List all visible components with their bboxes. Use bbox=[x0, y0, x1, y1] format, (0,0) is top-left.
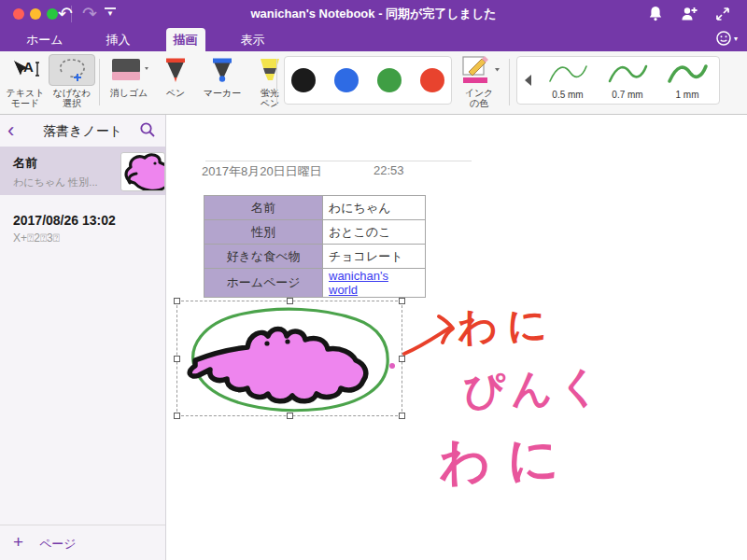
page-item-subtitle: わにちゃん 性別... bbox=[13, 175, 114, 189]
share-add-person-icon[interactable] bbox=[680, 5, 698, 23]
text-mode-label: テキスト bbox=[2, 88, 49, 98]
draw-ribbon: A テキスト モード なげなわ 選択 bbox=[0, 51, 747, 115]
add-page-label: ページ bbox=[39, 536, 77, 553]
tab-draw[interactable]: 描画 bbox=[166, 28, 205, 51]
add-page-button[interactable]: + ページ bbox=[0, 525, 165, 560]
lasso-icon bbox=[49, 54, 95, 86]
page-list-sidebar: ‹ 落書きノート 名前 わにちゃん 性別... 2017/08/26 13:02… bbox=[0, 115, 166, 560]
thickness-label: 0.5 mm bbox=[542, 90, 594, 100]
pen-button[interactable]: ペン bbox=[155, 54, 196, 98]
thickness-option-1[interactable]: 1 mm bbox=[661, 61, 713, 100]
ribbon-divider bbox=[99, 59, 100, 105]
tab-insert[interactable]: 挿入 bbox=[99, 28, 138, 51]
notifications-bell-icon[interactable] bbox=[646, 5, 665, 23]
table-header-cell[interactable]: ホームページ bbox=[204, 269, 323, 298]
marker-label: マーカー bbox=[198, 88, 247, 98]
crocodile-body bbox=[190, 329, 366, 401]
table-row: 名前 わにちゃん bbox=[204, 196, 426, 220]
thickness-prev-icon[interactable] bbox=[523, 74, 532, 87]
svg-text:A: A bbox=[23, 59, 34, 75]
swatch-black[interactable] bbox=[291, 68, 316, 92]
page-item-subtitle: X+⍰2⍰3⍰ bbox=[13, 231, 152, 245]
page-item-title: 2017/08/26 13:02 bbox=[13, 213, 152, 228]
ink-color-label: インク bbox=[454, 88, 504, 98]
ink-annotation-wani-pink[interactable]: わに bbox=[438, 424, 577, 497]
page-time: 22:53 bbox=[374, 163, 404, 177]
plus-icon: + bbox=[13, 532, 23, 553]
page-date: 2017年8月20日日曜日 bbox=[202, 163, 322, 180]
table-row: 性別 おとこのこ bbox=[204, 220, 426, 245]
crocodile-eye bbox=[264, 341, 269, 345]
ink-color-icon bbox=[454, 54, 504, 86]
tab-home[interactable]: ホーム bbox=[19, 28, 71, 51]
crocodile-eye bbox=[285, 339, 289, 343]
thickness-label: 1 mm bbox=[661, 90, 713, 100]
table-row: 好きな食べ物 チョコレート bbox=[204, 245, 426, 269]
thickness-option-05[interactable]: 0.5 mm bbox=[542, 61, 594, 100]
lasso-label: なげなわ bbox=[49, 88, 95, 98]
page-item-selected[interactable]: 名前 わにちゃん 性別... bbox=[0, 147, 165, 195]
page-canvas[interactable]: 2017年8月20日日曜日 22:53 名前 わにちゃん 性別 おとこのこ 好き… bbox=[166, 115, 747, 560]
page-item[interactable]: 2017/08/26 13:02 X+⍰2⍰3⍰ bbox=[0, 204, 165, 253]
feedback-dropdown-icon: ▾ bbox=[734, 35, 738, 43]
pink-ink-dot bbox=[389, 363, 395, 369]
ribbon-divider bbox=[276, 59, 277, 105]
tab-view[interactable]: 表示 bbox=[233, 28, 273, 51]
lasso-select-button[interactable]: なげなわ 選択 bbox=[49, 54, 95, 108]
profile-table[interactable]: 名前 わにちゃん 性別 おとこのこ 好きな食べ物 チョコレート ホームページ w… bbox=[204, 195, 426, 298]
eraser-icon bbox=[105, 54, 153, 86]
homepage-link[interactable]: wanichan's world bbox=[329, 269, 388, 297]
table-value-cell[interactable]: おとこのこ bbox=[323, 220, 426, 245]
fullscreen-expand-icon[interactable] bbox=[713, 5, 732, 23]
color-swatch-box bbox=[284, 56, 452, 105]
feedback-smiley-icon[interactable]: ▾ bbox=[715, 30, 738, 47]
onenote-window: ↶ ↷ ▼ wanichan's Notebook - 同期が完了しました ホー… bbox=[0, 0, 747, 560]
swatch-blue[interactable] bbox=[334, 68, 359, 92]
text-mode-button[interactable]: A テキスト モード bbox=[2, 54, 49, 108]
ink-color-button[interactable]: インク の色 bbox=[454, 54, 504, 108]
swatch-red[interactable] bbox=[420, 68, 444, 92]
window-title: wanichan's Notebook - 同期が完了しました bbox=[0, 0, 747, 28]
table-header-cell[interactable]: 性別 bbox=[204, 220, 323, 245]
search-icon[interactable] bbox=[139, 121, 156, 138]
titlebar: ↶ ↷ ▼ wanichan's Notebook - 同期が完了しました bbox=[0, 0, 747, 28]
thickness-option-07[interactable]: 0.7 mm bbox=[601, 61, 654, 100]
marker-button[interactable]: マーカー bbox=[198, 54, 247, 98]
swatch-green[interactable] bbox=[377, 68, 402, 92]
page-thumbnail bbox=[120, 152, 165, 191]
ink-annotation-wani-red[interactable]: わに bbox=[457, 298, 557, 354]
table-row: ホームページ wanichan's world bbox=[204, 269, 426, 298]
ink-annotation-pinku[interactable]: ぴんく bbox=[462, 358, 607, 418]
eraser-button[interactable]: 消しゴム bbox=[105, 54, 153, 98]
thickness-label: 0.7 mm bbox=[601, 90, 654, 100]
ribbon-tab-row: ホーム 挿入 描画 表示 ▾ bbox=[0, 28, 747, 51]
sidebar-header: ‹ 落書きノート bbox=[0, 115, 165, 147]
table-value-cell[interactable]: わにちゃん bbox=[323, 196, 426, 220]
table-header-cell[interactable]: 好きな食べ物 bbox=[204, 245, 323, 269]
crocodile-ink-drawing[interactable] bbox=[176, 301, 402, 416]
ribbon-divider bbox=[509, 59, 510, 105]
eraser-label: 消しゴム bbox=[105, 88, 153, 98]
table-value-cell[interactable]: チョコレート bbox=[323, 245, 426, 269]
pen-label: ペン bbox=[155, 88, 196, 98]
pen-icon bbox=[155, 54, 196, 86]
text-mode-icon: A bbox=[2, 54, 49, 86]
table-header-cell[interactable]: 名前 bbox=[204, 196, 323, 220]
red-arrow-ink[interactable] bbox=[400, 307, 461, 359]
marker-icon bbox=[198, 54, 247, 86]
page-title-underline bbox=[205, 161, 472, 161]
thickness-box: 0.5 mm 0.7 mm 1 mm bbox=[516, 56, 720, 105]
